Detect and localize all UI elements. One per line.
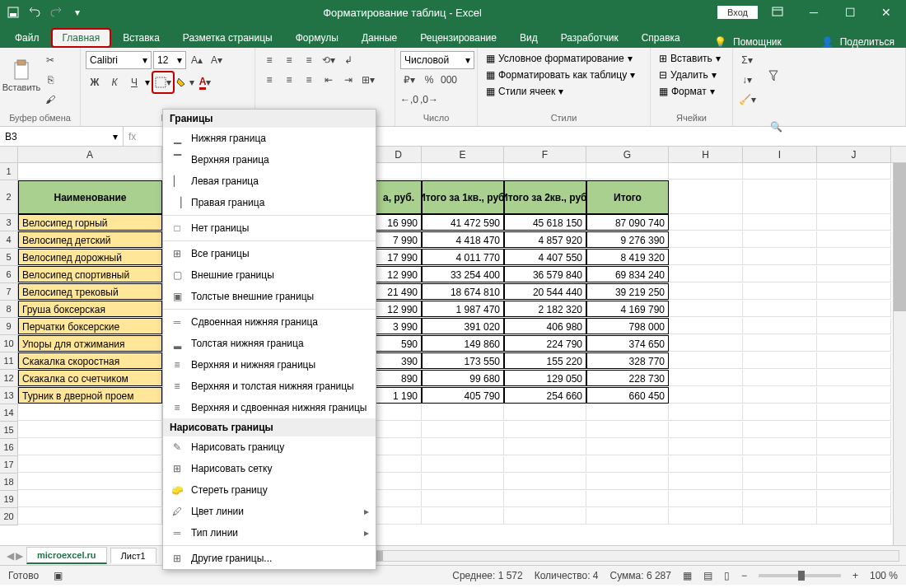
name-box[interactable]: B3▾ [0,127,124,146]
row-header[interactable]: 13 [0,387,18,404]
save-icon[interactable] [3,2,23,22]
delete-cells-button[interactable]: ⊟Удалить▾ [656,68,727,82]
sheet-nav-next-icon[interactable]: ▶ [16,550,23,562]
align-center-icon[interactable]: ≡ [280,71,298,89]
border-menu-item[interactable]: ▢Внешние границы [163,264,376,286]
accounting-icon[interactable]: ₽▾ [400,71,418,89]
increase-font-icon[interactable]: A▴ [188,51,206,69]
cell-G[interactable]: 798 000 [586,318,669,334]
border-menu-item[interactable]: ▔Верхняя граница [163,149,376,170]
row-header[interactable]: 12 [0,370,18,387]
increase-indent-icon[interactable]: ⇥ [339,71,357,89]
cell-F[interactable]: 254 660 [504,387,586,404]
cell-F[interactable]: 155 220 [504,352,586,369]
cell-D[interactable]: 12 990 [376,266,422,282]
copy-icon[interactable]: ⎘ [41,71,59,89]
fill-color-icon[interactable]: ▾ [176,73,194,91]
row-header[interactable]: 5 [0,249,18,266]
underline-button[interactable]: Ч [125,73,143,91]
share-button[interactable]: Поделиться [840,36,894,48]
draw-border-item[interactable]: ⊞Нарисовать сетку [163,458,376,479]
border-menu-item[interactable]: ≡Верхняя и нижняя границы [163,354,376,376]
cell-F[interactable]: 20 544 440 [504,283,586,300]
cell-E[interactable]: 405 790 [422,387,504,404]
tab-view[interactable]: Вид [508,28,549,48]
cell-F[interactable]: 224 790 [504,335,586,352]
tab-layout[interactable]: Разметка страницы [171,28,284,48]
cell-D[interactable]: 890 [376,370,422,386]
increase-decimal-icon[interactable]: ←,0 [400,91,418,109]
cell-F[interactable]: 129 050 [504,370,586,386]
cell-styles-button[interactable]: ▦Стили ячеек▾ [483,84,645,99]
cell-F[interactable]: 45 618 150 [504,214,586,231]
cell-E[interactable]: 4 418 470 [422,231,504,248]
align-right-icon[interactable]: ≡ [300,71,318,89]
col-header-D[interactable]: D [376,147,422,162]
tell-me[interactable]: Помощник [733,36,782,48]
decrease-decimal-icon[interactable]: ,0→ [420,91,438,109]
fx-icon[interactable]: fx [128,131,136,142]
cell-name[interactable]: Груша боксерская [18,301,162,317]
row-header[interactable]: 20 [0,508,18,525]
cell-D[interactable]: 21 490 [376,283,422,300]
wrap-text-icon[interactable]: ↲ [339,51,357,69]
row-header[interactable]: 17 [0,456,18,474]
border-menu-item[interactable]: ▣Толстые внешние границы [163,286,376,307]
col-header-J[interactable]: J [817,147,891,162]
cell-G[interactable]: 39 219 250 [586,283,669,300]
cell-name[interactable]: Упоры для отжимания [18,335,162,352]
cell-E[interactable]: 391 020 [422,318,504,334]
zoom-out-icon[interactable]: − [741,570,747,581]
cell-name[interactable]: Велосипед спортивный [18,266,162,282]
italic-button[interactable]: К [105,73,124,91]
decrease-indent-icon[interactable]: ⇤ [320,71,338,89]
cell-G[interactable]: 660 450 [586,387,669,404]
merge-icon[interactable]: ⊞▾ [359,71,377,89]
border-menu-item[interactable]: □Нет границы [163,217,376,239]
tab-help[interactable]: Справка [630,28,692,48]
cell-D[interactable]: 16 990 [376,214,422,231]
bold-button[interactable]: Ж [86,73,104,91]
cell-name[interactable]: Перчатки боксерские [18,318,162,334]
cell-E[interactable]: 99 680 [422,370,504,386]
cell-G[interactable]: 374 650 [586,335,669,352]
cell-E[interactable]: 173 550 [422,352,504,369]
sheet-nav-prev-icon[interactable]: ◀ [7,550,14,562]
row-header[interactable]: 7 [0,283,18,301]
border-menu-item[interactable]: ▁Нижняя граница [163,128,376,149]
view-break-icon[interactable]: ▯ [724,570,730,581]
clear-icon[interactable]: 🧹▾ [738,91,756,109]
border-menu-item[interactable]: ▏Левая граница [163,170,376,192]
paste-button[interactable]: Вставить [5,51,38,100]
vertical-scrollbar[interactable] [893,163,906,545]
header-D[interactable]: а, руб. [376,180,422,214]
tab-insert[interactable]: Вставка [111,28,171,48]
cell-F[interactable]: 2 182 320 [504,301,586,317]
cell-E[interactable]: 41 472 590 [422,214,504,231]
row-header-2[interactable]: 2 [0,180,18,214]
cell-D[interactable]: 590 [376,335,422,352]
row-header[interactable]: 10 [0,335,18,352]
cell-name[interactable]: Велосипед трековый [18,283,162,300]
sort-filter-icon[interactable] [759,51,792,100]
tab-formulas[interactable]: Формулы [284,28,350,48]
cell-E[interactable]: 33 254 400 [422,266,504,282]
font-size-select[interactable]: 12▾ [153,51,186,69]
cell-D[interactable]: 1 190 [376,387,422,404]
comma-icon[interactable]: 000 [440,71,458,89]
border-menu-item[interactable]: ⊞Все границы [163,243,376,264]
cell-D[interactable]: 7 990 [376,231,422,248]
cell-E[interactable]: 1 987 470 [422,301,504,317]
cell-D[interactable]: 12 990 [376,301,422,317]
row-header[interactable]: 9 [0,318,18,335]
menu-more-borders[interactable]: ⊞Другие границы... [163,548,376,569]
cell-G[interactable]: 69 834 240 [586,266,669,282]
align-top-icon[interactable]: ≡ [260,51,278,69]
cell-E[interactable]: 18 674 810 [422,283,504,300]
signin-button[interactable]: Вход [717,6,758,19]
decrease-font-icon[interactable]: A▾ [208,51,226,69]
insert-cells-button[interactable]: ⊞Вставить▾ [656,51,727,66]
cell-D[interactable]: 390 [376,352,422,369]
close-button[interactable]: ✕ [870,0,903,25]
row-header[interactable]: 3 [0,214,18,231]
